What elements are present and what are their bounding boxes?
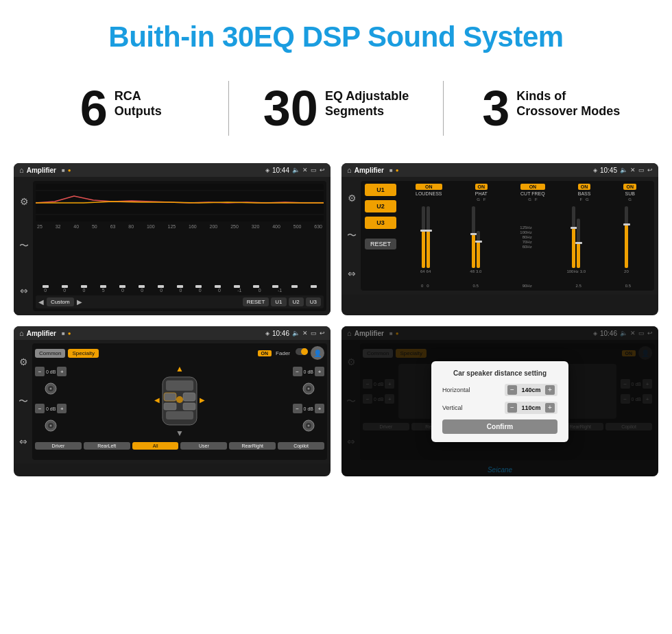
eq-vol-icon[interactable]: 🔈 <box>292 167 300 173</box>
amp-presets-col: U1 U2 U3 RESET <box>365 184 396 288</box>
eq-custom-btn[interactable]: Custom <box>47 297 74 306</box>
svg-point-4 <box>301 348 308 355</box>
amp-rec-icon: ■ <box>389 167 393 173</box>
fader-vol-icon[interactable]: 🔈 <box>292 330 300 337</box>
amp-window-icon[interactable]: ▭ <box>638 167 645 173</box>
feature-rca-number: 6 <box>80 84 108 133</box>
rearright-btn[interactable]: RearRight <box>229 442 276 450</box>
amp-sidebar-icon-1[interactable]: ⚙ <box>348 193 357 204</box>
svg-rect-13 <box>166 411 193 419</box>
amp-phat-label: PHAT <box>475 191 488 196</box>
right-speaker-icon <box>293 382 324 398</box>
fader-main: Common Specialty ON Fader 👤 <box>32 343 327 460</box>
eq-sidebar-icon-1[interactable]: ⚙ <box>20 196 29 207</box>
fader-avatar[interactable]: 👤 <box>311 346 324 360</box>
car-diagram-center: ▲ <box>71 364 288 438</box>
amp-u2-btn[interactable]: U2 <box>365 200 396 212</box>
eq-status-bar: Amplifier ■ ● ◈ 10:44 🔈 ✕ ▭ ↩ <box>14 163 331 177</box>
fader-specialty-tab[interactable]: Specialty <box>68 349 98 358</box>
fader-window-icon[interactable]: ▭ <box>311 330 317 337</box>
right-top-db: − 0 dB + <box>293 367 324 376</box>
svg-rect-15 <box>183 393 195 401</box>
right-top-minus[interactable]: − <box>293 367 302 376</box>
amp-phat-slider-col: 483.0 <box>452 206 499 282</box>
svg-point-26 <box>307 425 309 427</box>
left-top-minus[interactable]: − <box>35 367 45 376</box>
fader-x-icon[interactable]: ✕ <box>302 330 308 337</box>
distance-screen: Amplifier ■ ● ◈ 10:46 🔈 ✕ ▭ ↩ ⚙ 〜 ⇔ Comm… <box>341 326 658 476</box>
rearleft-btn[interactable]: RearLeft <box>84 442 130 450</box>
amp-sidebar-icon-3[interactable]: ⇔ <box>348 268 356 279</box>
right-db-controls: − 0 dB + − <box>293 367 324 435</box>
eq-dot-icon: ● <box>68 167 71 173</box>
amp-home-icon[interactable] <box>347 166 352 174</box>
fader-down-arrow[interactable]: ▼ <box>176 428 184 438</box>
horizontal-plus[interactable]: + <box>545 385 555 395</box>
amp-screen-body: ⚙ 〜 ⇔ U1 U2 U3 RESET ON LOUDNESS <box>341 177 658 295</box>
amp-vol-icon[interactable]: 🔈 <box>620 167 627 173</box>
eq-values-row: 00050 00000 -10-1 <box>36 288 324 293</box>
svg-text:◀: ◀ <box>154 396 160 404</box>
eq-main: 2532405063 80100125160200 25032040050063… <box>33 181 326 311</box>
eq-prev-btn[interactable]: ◀ <box>38 298 44 306</box>
right-top-plus[interactable]: + <box>315 367 324 376</box>
fader-toggle-icon[interactable] <box>296 347 308 359</box>
eq-u3-btn[interactable]: U3 <box>306 297 321 306</box>
eq-window-icon[interactable]: ▭ <box>311 167 317 173</box>
eq-sidebar-icon-3[interactable]: ⇔ <box>20 285 28 296</box>
amp-phat-on[interactable]: ON <box>475 184 488 190</box>
driver-btn[interactable]: Driver <box>35 442 82 450</box>
vertical-minus[interactable]: − <box>507 403 517 413</box>
all-btn[interactable]: All <box>132 442 179 450</box>
eq-x-icon[interactable]: ✕ <box>302 167 308 173</box>
amp-cutfreq-on[interactable]: ON <box>520 184 545 190</box>
horizontal-value: 140cm <box>519 387 543 393</box>
amp-loudness-on[interactable]: ON <box>416 184 442 190</box>
amp-sub-on[interactable]: ON <box>623 184 636 190</box>
fader-bottom-row: Driver RearLeft All User RearRight Copil… <box>35 442 324 450</box>
features-row: 6 RCA Outputs 30 EQ Adjustable Segments … <box>0 67 672 156</box>
amp-x-icon[interactable]: ✕ <box>630 167 636 173</box>
fader-common-tab[interactable]: Common <box>35 349 65 358</box>
eq-next-btn[interactable]: ▶ <box>77 298 82 306</box>
right-bot-plus[interactable]: + <box>315 404 324 413</box>
eq-u2-btn[interactable]: U2 <box>289 297 304 306</box>
eq-back-icon[interactable]: ↩ <box>320 167 325 173</box>
fader-sidebar-icon-1[interactable]: ⚙ <box>19 356 28 367</box>
left-bot-minus[interactable]: − <box>35 404 45 413</box>
fader-sidebar-icon-3[interactable]: ⇔ <box>19 436 27 447</box>
user-btn[interactable]: User <box>180 442 227 450</box>
fader-home-icon[interactable] <box>19 329 24 337</box>
eq-freq-labels: 2532405063 80100125160200 25032040050063… <box>36 224 324 229</box>
confirm-button[interactable]: Confirm <box>442 419 557 434</box>
eq-sidebar-icon-2[interactable]: 〜 <box>19 240 29 252</box>
amp-u3-btn[interactable]: U3 <box>365 217 396 229</box>
fader-on-toggle[interactable]: ON <box>258 350 272 356</box>
eq-chart <box>36 184 324 221</box>
speaker-layout-area: − 0 dB + − <box>35 364 324 438</box>
eq-u1-btn[interactable]: U1 <box>271 297 286 306</box>
amp-sub-ctrl: ON SUB G <box>623 184 636 202</box>
left-top-plus[interactable]: + <box>57 367 67 376</box>
amp-dot-icon: ● <box>396 167 399 173</box>
fader-back-icon[interactable]: ↩ <box>320 330 325 337</box>
horizontal-minus[interactable]: − <box>507 385 517 395</box>
eq-home-icon[interactable] <box>19 166 24 174</box>
feature-eq: 30 EQ Adjustable Segments <box>243 84 430 133</box>
amp-reset-btn[interactable]: RESET <box>365 239 396 249</box>
copilot-btn[interactable]: Copilot <box>278 442 324 450</box>
vertical-plus[interactable]: + <box>545 403 555 413</box>
vertical-control: − 110cm + <box>505 402 557 414</box>
fader-sidebar-icon-2[interactable]: 〜 <box>19 395 28 408</box>
eq-btn-group: RESET U1 U2 U3 <box>243 297 321 306</box>
amp-sidebar-icon-2[interactable]: 〜 <box>347 230 357 242</box>
fader-up-arrow[interactable]: ▲ <box>176 364 184 374</box>
amp-bass-on[interactable]: ON <box>578 184 591 190</box>
vertical-value: 110cm <box>519 404 543 411</box>
left-bot-plus[interactable]: + <box>57 404 67 413</box>
feature-rca: 6 RCA Outputs <box>27 84 215 133</box>
amp-back-icon[interactable]: ↩ <box>647 167 653 173</box>
amp-u1-btn[interactable]: U1 <box>365 184 396 196</box>
right-bot-minus[interactable]: − <box>293 404 302 413</box>
eq-reset-btn[interactable]: RESET <box>243 297 269 306</box>
